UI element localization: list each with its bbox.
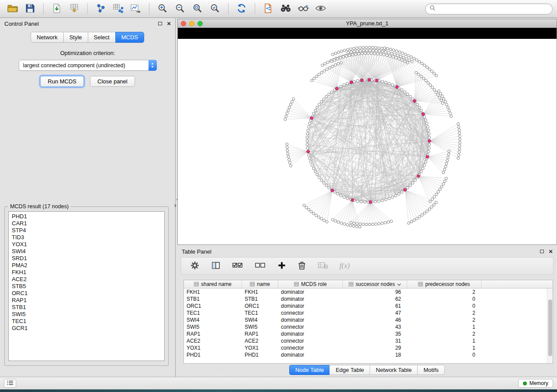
result-item[interactable]: SWI4: [9, 248, 164, 255]
refresh-button[interactable]: [233, 2, 250, 16]
memory-status-icon: [523, 382, 527, 385]
import-table-file-button[interactable]: [66, 2, 83, 16]
show-hide-button[interactable]: [312, 2, 329, 16]
delete-table-button[interactable]: [317, 260, 329, 272]
zoom-in-button[interactable]: [154, 2, 171, 16]
tab-network-table[interactable]: Network Table: [370, 365, 418, 375]
table-row[interactable]: TEC1TEC1connector472: [184, 309, 553, 316]
function-builder-button[interactable]: f(x): [339, 261, 351, 271]
result-item[interactable]: FKH1: [9, 269, 164, 276]
search-network-button[interactable]: [277, 2, 294, 16]
create-column-button[interactable]: [277, 260, 287, 272]
window-maximize-button[interactable]: [197, 21, 203, 26]
column-header-mcds-role[interactable]: MCDS role: [278, 280, 343, 288]
export-image-button[interactable]: [128, 2, 144, 16]
close-panel-button[interactable]: Close panel: [90, 76, 135, 87]
column-header-shared-name[interactable]: shared name: [184, 280, 242, 288]
table-row[interactable]: FKH1FKH1dominator962: [184, 289, 553, 296]
new-network-button[interactable]: [93, 2, 109, 16]
toolbar-separator: [149, 3, 149, 14]
panel-menu-button[interactable]: [4, 379, 16, 388]
table-row[interactable]: SWI5SWI5connector431: [184, 323, 553, 330]
network-graph-svg: [178, 28, 557, 244]
memory-button[interactable]: Memory: [518, 379, 553, 388]
result-item[interactable]: PHD1: [9, 213, 164, 220]
clone-network-button[interactable]: [260, 2, 277, 16]
show-columns-button[interactable]: [210, 260, 221, 272]
network-canvas[interactable]: [178, 28, 557, 244]
open-session-button[interactable]: [4, 2, 21, 16]
zoom-selected-button[interactable]: [207, 2, 223, 16]
network-from-table-button[interactable]: [110, 2, 127, 16]
column-header-successor-nodes[interactable]: successor nodes: [343, 280, 407, 288]
window-close-button[interactable]: [181, 21, 186, 26]
mcds-result-list[interactable]: PHD1CAR1STP4TID3YOX1SWI4SRD1PMA2FKH1ACE2…: [8, 211, 165, 361]
result-item[interactable]: STB1: [9, 304, 164, 311]
table-row[interactable]: STB1STB1dominator620: [184, 296, 553, 303]
table-row[interactable]: RAP1RAP1dominator352: [184, 330, 553, 337]
zoom-out-button[interactable]: [172, 2, 188, 16]
tab-node-table[interactable]: Node Table: [289, 365, 330, 375]
result-item[interactable]: CAR1: [9, 220, 164, 227]
run-mcds-button[interactable]: Run MCDS: [40, 76, 84, 87]
optimization-select[interactable]: largest connected component (undirected): [19, 60, 157, 71]
tab-mcds[interactable]: MCDS: [115, 32, 144, 43]
zoom-out-icon: [175, 3, 185, 15]
result-item[interactable]: ACE2: [9, 276, 164, 283]
network-nodes-icon: [96, 3, 106, 15]
toolbar-search: [425, 3, 553, 14]
fx-icon: f(x): [339, 261, 350, 270]
tab-select[interactable]: Select: [88, 32, 116, 43]
refresh-icon: [236, 3, 247, 15]
table-row[interactable]: ACE2ACE2connector311: [184, 337, 553, 344]
table-settings-button[interactable]: [189, 260, 201, 272]
tab-network[interactable]: Network: [31, 32, 64, 43]
close-table-panel-icon[interactable]: ×: [549, 249, 553, 254]
network-window-titlebar[interactable]: YPA_prune.txt_1: [178, 19, 557, 28]
result-item[interactable]: STP4: [9, 227, 164, 234]
float-panel-icon[interactable]: [158, 22, 162, 25]
result-item[interactable]: STB5: [9, 283, 164, 290]
delete-column-button[interactable]: [297, 260, 307, 272]
column-header-name[interactable]: name: [242, 280, 278, 288]
save-session-button[interactable]: [22, 2, 38, 16]
float-table-panel-icon[interactable]: [540, 250, 544, 253]
table-row[interactable]: SWI4SWI4dominator462: [184, 316, 553, 323]
result-item[interactable]: ORC1: [9, 290, 164, 297]
result-item[interactable]: YOX1: [9, 241, 164, 248]
result-item[interactable]: SWI5: [9, 311, 164, 318]
select-all-columns-button[interactable]: [231, 260, 244, 272]
tab-motifs[interactable]: Motifs: [417, 365, 445, 375]
optimization-criterion-label: Optimization criterion:: [0, 50, 175, 56]
scrollbar-thumb[interactable]: [548, 299, 552, 356]
eye-icon: [315, 3, 327, 15]
node-table-body: FKH1FKH1dominator962STB1STB1dominator620…: [184, 289, 553, 358]
column-header-predecessor-nodes[interactable]: predecessor nodes: [407, 280, 481, 288]
table-row[interactable]: ORC1ORC1dominator610: [184, 303, 553, 309]
window-minimize-button[interactable]: [189, 21, 194, 26]
zoom-fit-icon: [192, 3, 203, 15]
result-item[interactable]: PMA2: [9, 262, 164, 269]
control-panel: Control Panel × NetworkStyleSelectMCDS O…: [0, 18, 176, 377]
preview-style-button[interactable]: [295, 2, 311, 16]
result-item[interactable]: TID3: [9, 234, 164, 241]
close-panel-icon[interactable]: ×: [167, 21, 171, 26]
tab-edge-table[interactable]: Edge Table: [329, 365, 370, 375]
table-bottom-tabs: Node TableEdge TableNetwork TableMotifs: [177, 365, 557, 375]
status-bar: Memory: [0, 377, 557, 389]
result-item[interactable]: SRD1: [9, 255, 164, 262]
result-item[interactable]: TEC1: [9, 318, 164, 325]
glasses-icon: [297, 3, 309, 15]
search-input[interactable]: [438, 6, 548, 12]
node-table: shared name name MCDS role successor nod…: [183, 280, 553, 364]
table-row[interactable]: YOX1YOX1connector291: [184, 344, 553, 351]
result-item[interactable]: GCR1: [9, 325, 164, 332]
deselect-all-columns-button[interactable]: [254, 260, 267, 272]
table-row[interactable]: PHD1PHD1dominator180: [184, 351, 553, 358]
result-item[interactable]: RAP1: [9, 297, 164, 304]
main-toolbar: [0, 0, 557, 18]
table-scrollbar[interactable]: [547, 289, 553, 363]
import-network-file-button[interactable]: [48, 2, 65, 16]
tab-style[interactable]: Style: [63, 32, 88, 43]
zoom-fit-button[interactable]: [189, 2, 206, 16]
